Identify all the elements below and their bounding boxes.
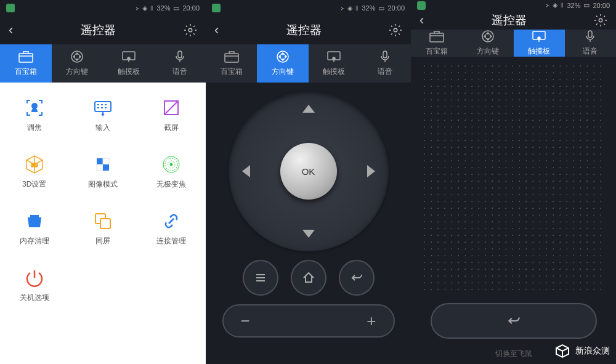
volume-control[interactable]: − + <box>222 304 395 338</box>
svg-rect-25 <box>383 51 387 58</box>
watermark: 新浪众测 <box>554 343 610 359</box>
svg-point-17 <box>170 163 172 166</box>
volume-up-icon[interactable]: + <box>367 312 376 331</box>
tab-toolbox[interactable]: 百宝箱 <box>411 30 462 57</box>
tab-toolbox[interactable]: 百宝箱 <box>206 44 257 83</box>
bluetooth-icon: ᚛ <box>136 4 139 12</box>
grid-label: 同屏 <box>95 236 110 246</box>
svg-rect-12 <box>97 164 103 171</box>
dpad-left[interactable] <box>242 165 250 177</box>
header: ‹ 遥控器 <box>411 10 616 30</box>
tab-label: 语音 <box>172 67 187 77</box>
grid-label: 调焦 <box>27 123 42 133</box>
touchpad-back-button[interactable] <box>431 303 597 339</box>
tab-label: 百宝箱 <box>221 67 243 77</box>
dpad-ok-button[interactable]: OK <box>280 143 337 200</box>
tab-dpad[interactable]: 方向键 <box>52 44 103 83</box>
voice-icon <box>582 30 598 43</box>
tab-touch[interactable]: 触摸板 <box>309 44 360 83</box>
tab-label: 触摸板 <box>528 46 550 57</box>
home-button[interactable] <box>291 260 326 296</box>
grid-label: 连接管理 <box>156 236 186 246</box>
dpad-up[interactable] <box>302 105 315 113</box>
dpad-content: OK − + <box>206 83 411 364</box>
tabs: 百宝箱 方向键 触摸板 语音 <box>206 44 411 83</box>
wifi-icon: ◈ <box>347 4 352 12</box>
signal-icon: ⫴ <box>561 1 564 9</box>
tab-voice[interactable]: 语音 <box>155 44 206 83</box>
shield-icon <box>417 1 426 10</box>
touch-content: 切换至飞鼠 <box>411 57 616 364</box>
power-icon <box>23 267 46 289</box>
grid-item-focus[interactable]: 调焦 <box>0 86 68 143</box>
time: 20:00 <box>182 4 200 12</box>
svg-rect-13 <box>103 164 109 171</box>
grid-item-infinite-zoom[interactable]: 无极变焦 <box>137 143 206 200</box>
3d-icon: 3D <box>23 153 46 176</box>
grid-item-input[interactable]: 输入 <box>68 86 137 143</box>
button-row <box>243 260 375 296</box>
shield-icon <box>212 4 221 12</box>
dpad-down[interactable] <box>302 230 315 238</box>
grid-item-image-mode[interactable]: 图像模式 <box>68 143 137 200</box>
watermark-icon <box>554 343 570 359</box>
screen-touchpad: ᚛ ◈ ⫴ 32% ▭ 20:00 ‹ 遥控器 百宝箱 方向键 触摸板 语音 <box>411 0 616 364</box>
svg-point-26 <box>599 18 602 22</box>
toolbox-icon <box>429 30 445 43</box>
watermark-text: 新浪众测 <box>575 346 610 357</box>
tab-label: 触摸板 <box>323 67 345 77</box>
grid-item-power[interactable]: 关机选项 <box>0 256 68 313</box>
tab-dpad[interactable]: 方向键 <box>462 30 513 57</box>
grid-label: 3D设置 <box>22 179 46 190</box>
tab-voice[interactable]: 语音 <box>360 44 411 83</box>
image-mode-icon <box>92 153 114 176</box>
tab-touch[interactable]: 触摸板 <box>103 44 155 83</box>
svg-rect-7 <box>95 102 111 111</box>
tab-voice[interactable]: 语音 <box>565 30 616 57</box>
volume-down-icon[interactable]: − <box>241 312 250 331</box>
grid-item-3d[interactable]: 3D 3D设置 <box>0 143 68 200</box>
grid-label: 无极变焦 <box>156 179 186 190</box>
time: 20:00 <box>387 4 405 12</box>
bluetooth-icon: ᚛ <box>546 1 549 9</box>
status-bar: ᚛ ◈ ⫴ 32% ▭ 20:00 <box>0 0 206 16</box>
menu-button[interactable] <box>243 260 278 296</box>
grid-item-memory[interactable]: 内存清理 <box>0 200 68 256</box>
tab-label: 语音 <box>378 67 392 77</box>
settings-button[interactable] <box>389 23 402 37</box>
touchpad-surface[interactable] <box>421 63 606 291</box>
screenshot-icon <box>160 97 182 119</box>
bluetooth-icon: ᚛ <box>341 4 344 12</box>
tab-label: 触摸板 <box>118 67 140 77</box>
dpad-right[interactable] <box>367 165 375 177</box>
connection-icon <box>160 210 182 232</box>
back-button[interactable]: ‹ <box>419 12 424 28</box>
back-nav-button[interactable] <box>339 260 375 296</box>
focus-icon <box>23 97 46 119</box>
settings-button[interactable] <box>594 14 607 27</box>
tab-dpad[interactable]: 方向键 <box>257 44 308 83</box>
svg-point-4 <box>128 57 130 60</box>
touch-hint[interactable]: 切换至飞鼠 <box>495 349 532 359</box>
grid-item-screenshot[interactable]: 截屏 <box>137 86 206 143</box>
svg-point-0 <box>188 28 192 32</box>
shield-icon <box>6 4 15 12</box>
tab-label: 方向键 <box>272 67 294 77</box>
svg-rect-10 <box>97 158 103 164</box>
battery-percent: 32% <box>567 2 580 9</box>
svg-rect-19 <box>100 219 110 229</box>
tab-touch[interactable]: 触摸板 <box>514 30 565 57</box>
back-button[interactable]: ‹ <box>214 22 219 38</box>
grid-item-connection[interactable]: 连接管理 <box>137 200 206 256</box>
back-button[interactable]: ‹ <box>9 22 13 38</box>
tab-toolbox[interactable]: 百宝箱 <box>0 44 52 83</box>
battery-icon: ▭ <box>378 4 384 12</box>
settings-button[interactable] <box>184 23 197 37</box>
tab-label: 语音 <box>583 46 598 57</box>
grid-item-mirror[interactable]: 同屏 <box>68 200 137 256</box>
tabs: 百宝箱 方向键 触摸板 语音 <box>411 30 616 57</box>
screen-dpad: ᚛ ◈ ⫴ 32% ▭ 20:00 ‹ 遥控器 百宝箱 方向键 触摸板 语音 <box>206 0 411 364</box>
voice-icon <box>377 50 393 63</box>
grid-label: 关机选项 <box>20 293 49 303</box>
svg-rect-21 <box>225 54 238 62</box>
